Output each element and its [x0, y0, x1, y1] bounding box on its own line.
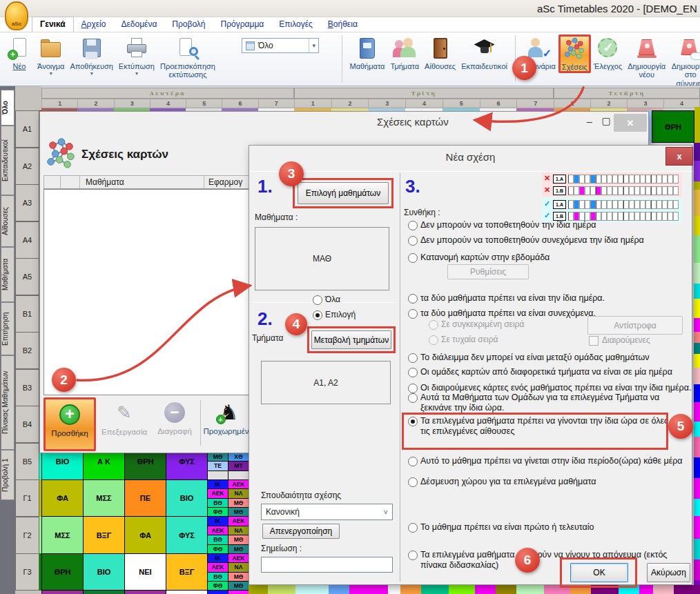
timetable-cell[interactable]: ΜΣΣ — [83, 479, 125, 517]
radio-option-10[interactable] — [408, 417, 418, 426]
radio-option-label-10[interactable]: Τα επιλεγμένα μαθήματα πρέπει να γίνοντα… — [420, 416, 670, 437]
row-header-A1[interactable]: A1 — [15, 110, 39, 148]
change-classes-button[interactable]: Μεταβολή τμημάτων — [311, 330, 391, 349]
divided-checkbox[interactable] — [589, 336, 599, 346]
radio-option-label-1[interactable]: Δεν μπορούν να τοποθετηθούν την ίδια ημέ… — [420, 220, 596, 230]
timetable-cell[interactable]: ΒΞΓ — [166, 553, 208, 591]
radio-option-label-3[interactable]: Κατανομή καρτών στην εβδομάδα — [420, 253, 550, 263]
toolbar-button-generate-new[interactable]: Δημιουργία νέου — [625, 34, 668, 81]
row-header-Γ1[interactable]: Γ1 — [15, 479, 39, 517]
timetable-cell[interactable]: ΦΑ — [41, 479, 84, 517]
radio-option-11[interactable] — [408, 457, 418, 466]
add-relation-button[interactable]: + Προσθήκη — [43, 397, 96, 451]
timetable-mini-cell[interactable]: ΑΕΚ — [228, 516, 249, 526]
timetable-mini-cell[interactable]: ΜΘ — [228, 535, 249, 545]
radio-option-14[interactable] — [408, 551, 418, 560]
radio-option-label-11[interactable]: Αυτό το μάθημα πρέπει να γίνεται στην ίδ… — [420, 456, 683, 466]
row-header-A4[interactable]: A4 — [15, 221, 39, 259]
toolbar-button-open[interactable]: Άνοιγμα▾ — [35, 34, 67, 79]
row-header-A5[interactable]: A5 — [15, 258, 39, 295]
radio-option-13[interactable] — [408, 523, 418, 533]
tab-Βοήθεια[interactable]: Βοήθεια — [320, 17, 365, 32]
timetable-cell-thr[interactable]: ΘΡΗ — [652, 110, 694, 143]
tab-Πρόγραμμα[interactable]: Πρόγραμμα — [213, 17, 272, 32]
radio-option-9[interactable] — [408, 393, 418, 403]
timetable-mini-cell[interactable]: ΤΕ — [207, 461, 229, 471]
delete-relation-button[interactable]: – Διαγραφή — [153, 397, 197, 451]
timetable-mini-cell[interactable]: ΦΘ — [207, 544, 229, 555]
toolbar-button-save[interactable]: Αποθήκευση▾ — [67, 34, 115, 79]
importance-select[interactable]: Κανονική ˅ — [261, 504, 393, 520]
timetable-cell[interactable]: ΦΥΣ — [166, 516, 208, 554]
radio-random-order[interactable] — [429, 335, 438, 345]
timetable-cell[interactable]: ΘΡΗ — [41, 553, 84, 591]
radio-all-classes[interactable] — [313, 295, 322, 305]
timetable-mini-cell[interactable]: ΑΕΚ — [207, 562, 229, 572]
timetable-mini-cell[interactable]: ΒΘ — [207, 498, 229, 508]
tab-Δεδομένα[interactable]: Δεδομένα — [113, 17, 164, 32]
close-icon[interactable]: ✕ — [614, 114, 647, 132]
toolbar-button-classes[interactable]: Τμήματα — [387, 34, 422, 72]
radio-option-4[interactable] — [408, 294, 418, 304]
timetable-cell[interactable]: ΠΕ — [124, 479, 166, 517]
timetable-mini-cell[interactable]: ΜΘ — [228, 544, 249, 555]
timetable-mini-cell[interactable]: ΜΘ — [228, 498, 249, 508]
sidebar-tab-Μαθήματα[interactable]: Μαθήματα — [1, 247, 14, 302]
timetable-cell[interactable]: ΝΕΙ — [124, 553, 166, 591]
sidebar-tab-Αίθουσες[interactable]: Αίθουσες — [1, 195, 14, 247]
chevron-down-icon[interactable]: ▾ — [50, 71, 52, 77]
view-selector[interactable]: Όλο ▾ — [242, 38, 319, 53]
timetable-cell[interactable]: ΦΑ — [124, 516, 166, 554]
timetable-cell[interactable]: ΜΣΣ — [41, 516, 84, 554]
toolbar-button-classrooms[interactable]: Αίθουσες — [422, 34, 458, 72]
radio-select-classes[interactable] — [313, 310, 322, 320]
timetable-mini-cell[interactable]: ΦΘ — [207, 507, 229, 517]
timetable-mini-cell[interactable]: ΑΕΚ — [207, 526, 229, 536]
timetable-cell[interactable]: ΒΙΟ — [166, 479, 208, 517]
tab-Αρχείο[interactable]: Αρχείο — [74, 17, 114, 32]
timetable-mini-cell[interactable]: ΑΕΚ — [228, 479, 249, 489]
toolbar-button-check[interactable]: ✓Έλεγχος — [591, 34, 625, 72]
radio-option-12[interactable] — [408, 477, 418, 487]
timetable-mini-cell[interactable]: ΑΕΚ — [228, 553, 249, 563]
toolbar-button-print[interactable]: Εκτύπωση▾ — [116, 34, 157, 79]
sidebar-tab-Επιτήρηση[interactable]: Επιτήρηση — [1, 302, 14, 355]
timetable-mini-cell[interactable]: ΙΚ — [207, 553, 229, 563]
tab-Επιλογές[interactable]: Επιλογές — [271, 17, 320, 32]
row-header-B1[interactable]: B1 — [15, 295, 39, 333]
timetable-mini-cell[interactable] — [207, 471, 229, 481]
row-header-B3[interactable]: B3 — [15, 369, 39, 406]
timetable-mini-cell[interactable]: ΝΛ — [228, 526, 249, 536]
timetable-mini-cell[interactable]: ΑΕΚ — [207, 488, 229, 498]
row-header-B5[interactable]: B5 — [15, 443, 39, 480]
radio-select-label[interactable]: Επιλογή — [325, 310, 356, 319]
timetable-mini-cell[interactable]: ΒΘ — [207, 572, 229, 582]
timetable-mini-cell[interactable]: ΙΚ — [207, 516, 229, 526]
radio-option-6[interactable] — [408, 353, 418, 363]
radio-option-7[interactable] — [408, 368, 418, 377]
radio-option-label-5[interactable]: τα δύο μαθήματα πρέπει να είναι συνεχόμε… — [420, 308, 596, 319]
row-header-Γ3[interactable]: Γ3 — [15, 553, 39, 591]
row-header-A3[interactable]: A3 — [15, 184, 39, 221]
radio-option-label-8[interactable]: Οι διαιρούμενες κάρτες ενός μαθήματος πρ… — [420, 383, 691, 393]
timetable-mini-cell[interactable]: ΦΘ — [207, 581, 229, 591]
toolbar-button-relations[interactable]: Σχέσεις — [558, 34, 591, 73]
sidebar-tab-Όλο[interactable]: Όλο — [1, 90, 14, 126]
edit-relation-button[interactable]: ✎ Επεξεργασία — [98, 397, 150, 451]
column-subjects[interactable]: Μαθήματα — [86, 177, 124, 187]
timetable-cell[interactable]: ΒΙΟ — [83, 553, 125, 591]
sidebar-tab-Προβολή 1[interactable]: Προβολή 1 — [1, 450, 14, 500]
radio-option-label-13[interactable]: Το μάθημα πρέπει να είναι πρώτο ή τελευτ… — [420, 522, 594, 533]
radio-option-label-4[interactable]: τα δύο μαθήματα πρέπει να είναι την ίδια… — [420, 293, 605, 304]
chevron-down-icon[interactable]: ▾ — [90, 71, 93, 77]
toolbar-button-print-preview[interactable]: Προεπισκόπηση εκτύπωσης — [157, 34, 218, 81]
column-applied[interactable]: Εφαρμογ — [208, 177, 242, 187]
radio-option-label-9[interactable]: Αυτά τα Μαθήματα των Ομάδων για τα επιλε… — [420, 393, 670, 414]
note-input[interactable] — [261, 557, 393, 573]
toolbar-button-generate-cloud[interactable]: Δημιουργία στο σύννεφο — [668, 34, 700, 86]
row-header-B4[interactable]: B4 — [15, 406, 39, 443]
timetable-mini-cell[interactable]: ΝΛ — [228, 562, 249, 572]
radio-option-label-7[interactable]: Οι ομάδες καρτών από διαφορετικά τμήματα… — [420, 367, 672, 377]
timetable-mini-cell[interactable]: ΜΘ — [228, 507, 249, 517]
maximize-icon[interactable]: ▢ — [599, 115, 613, 126]
